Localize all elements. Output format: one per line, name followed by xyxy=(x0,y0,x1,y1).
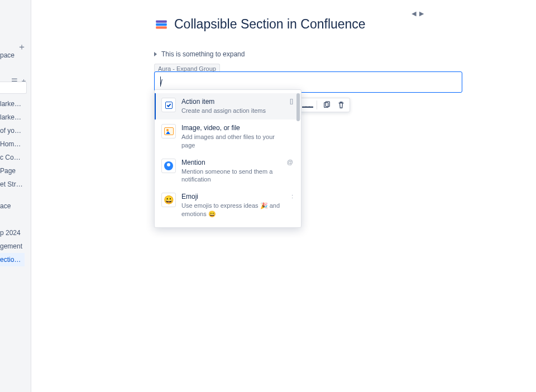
slash-item-desc: Create and assign action items xyxy=(181,107,284,115)
slash-item-desc: Add images and other files to your page xyxy=(181,133,288,150)
slash-item-action-item[interactable]: Action item Create and assign action ite… xyxy=(155,93,301,119)
add-page-icon[interactable]: ＋ xyxy=(16,41,27,52)
page-title-row: Collapsible Section in Confluence xyxy=(154,17,366,32)
copy-button[interactable] xyxy=(322,101,332,109)
slash-item-image[interactable]: Image, video, or file Add images and oth… xyxy=(155,119,301,154)
sidebar-space-label-2: ace xyxy=(0,202,11,210)
slash-item-desc: Use emojis to express ideas 🎉 and emotio… xyxy=(181,202,286,218)
books-stack-icon[interactable] xyxy=(154,17,169,32)
slash-command-menu: Action item Create and assign action ite… xyxy=(154,89,302,228)
action-item-icon xyxy=(161,98,176,112)
left-sidebar: pace ＋ ☰ ＋ larketin... larketin... of yo… xyxy=(0,0,31,392)
image-icon xyxy=(161,124,176,138)
slash-item-title: Emoji xyxy=(181,193,286,200)
expand-title[interactable]: This is something to expand xyxy=(161,50,245,58)
expand-icon xyxy=(161,227,176,228)
mention-icon xyxy=(161,159,176,173)
slash-item-hint: @ xyxy=(287,159,293,165)
editor-area: ◄ ► Collapsible Section in Confluence Th… xyxy=(31,0,536,392)
sidebar-item[interactable]: Home ... xyxy=(0,137,25,151)
svg-rect-0 xyxy=(156,26,167,28)
sidebar-item[interactable]: Page xyxy=(0,164,25,178)
slash-item-title: Image, video, or file xyxy=(181,124,288,132)
emoji-icon: 😀 xyxy=(161,193,176,207)
slash-item-title: Action item xyxy=(181,98,284,106)
text-cursor xyxy=(160,77,161,87)
delete-button[interactable] xyxy=(336,101,346,109)
expand-block[interactable]: This is something to expand xyxy=(154,50,245,58)
sidebar-item[interactable]: p 2024 xyxy=(0,226,25,240)
slash-item-hint: [] xyxy=(290,98,293,104)
toolbar-separator xyxy=(317,101,317,109)
width-full-button[interactable] xyxy=(302,101,312,109)
sidebar-item[interactable]: gement xyxy=(0,240,25,253)
slash-item-mention[interactable]: Mention Mention someone to send them a n… xyxy=(155,154,301,189)
sidebar-search-box[interactable] xyxy=(0,82,27,94)
slash-item-emoji[interactable]: 😀 Emoji Use emojis to express ideas 🎉 an… xyxy=(155,188,301,223)
svg-rect-1 xyxy=(156,23,167,25)
sidebar-item-selected[interactable]: ection i... xyxy=(0,253,25,266)
sidebar-item[interactable]: larketin... xyxy=(0,111,25,124)
sidebar-item[interactable]: of you... xyxy=(0,124,25,137)
slash-item-title: Expand xyxy=(181,227,288,228)
sidebar-page-list-bottom: p 2024 gement ection i... xyxy=(0,226,25,266)
slash-item-expand[interactable]: Expand Insert an expand xyxy=(155,223,301,228)
sidebar-page-list-top: larketin... larketin... of you... Home .… xyxy=(0,97,25,191)
page-title[interactable]: Collapsible Section in Confluence xyxy=(174,17,366,32)
scrollbar-thumb[interactable] xyxy=(296,93,300,121)
slash-item-hint: : xyxy=(291,193,293,199)
sidebar-item[interactable]: et Stru... xyxy=(0,178,25,191)
chevron-right-icon[interactable] xyxy=(154,52,157,56)
svg-rect-2 xyxy=(156,20,167,22)
page-width-toggle-icon[interactable]: ◄ ► xyxy=(410,9,424,18)
sidebar-item[interactable]: larketin... xyxy=(0,97,25,111)
slash-item-desc: Mention someone to send them a notificat… xyxy=(181,168,281,184)
sidebar-item[interactable]: c Conte... xyxy=(0,151,25,164)
slash-item-title: Mention xyxy=(181,159,281,166)
